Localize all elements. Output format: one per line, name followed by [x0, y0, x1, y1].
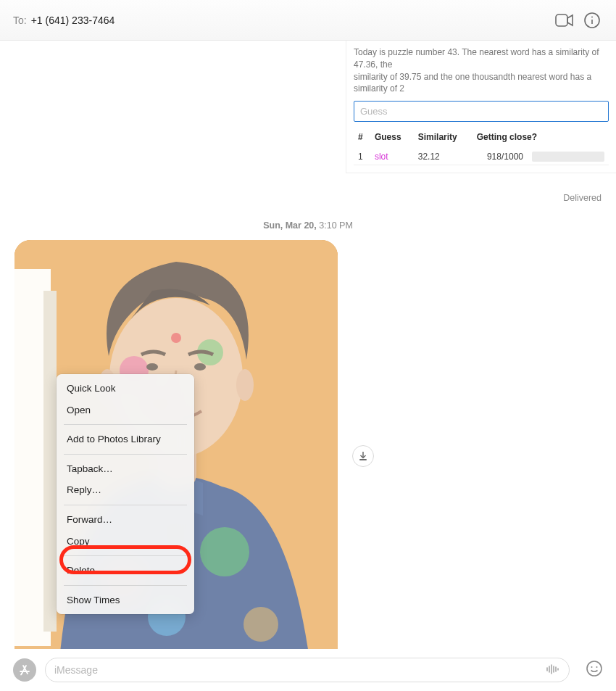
menu-separator — [64, 585, 187, 586]
menu-forward[interactable]: Forward… — [57, 509, 194, 531]
message-compose-field[interactable]: iMessage — [45, 658, 570, 682]
svg-point-23 — [591, 666, 593, 668]
th-guess: Guess — [370, 129, 414, 148]
info-icon[interactable] — [581, 9, 603, 31]
cell-similarity: 32.12 — [414, 148, 473, 165]
menu-reply[interactable]: Reply… — [57, 479, 194, 501]
menu-copy[interactable]: Copy — [57, 531, 194, 553]
th-close: Getting close? — [473, 129, 609, 148]
preview-text-line1: Today is puzzle number 43. The nearest w… — [354, 46, 609, 71]
menu-separator — [64, 505, 187, 505]
menu-show-times[interactable]: Show Times — [57, 589, 194, 611]
app-store-icon[interactable] — [13, 658, 36, 682]
menu-add-to-photos[interactable]: Add to Photos Library — [57, 429, 194, 450]
menu-separator — [64, 555, 187, 556]
svg-rect-0 — [556, 15, 567, 26]
progress-bar — [532, 152, 604, 162]
conversation-area: Today is puzzle number 43. The nearest w… — [0, 41, 616, 649]
cell-close: 918/1000 — [473, 148, 528, 165]
th-number: # — [354, 129, 370, 148]
cell-guess: slot — [370, 148, 414, 165]
message-input-bar: iMessage — [0, 649, 616, 691]
svg-rect-21 — [359, 459, 367, 460]
menu-quick-look[interactable]: Quick Look — [57, 378, 194, 400]
menu-separator — [64, 454, 187, 455]
menu-open[interactable]: Open — [57, 400, 194, 421]
facetime-video-icon[interactable] — [554, 9, 575, 31]
to-label: To: — [13, 15, 27, 26]
message-timestamp: Sun, Mar 20, 3:10 PM — [0, 220, 616, 231]
guess-input[interactable] — [354, 101, 609, 122]
svg-point-22 — [587, 661, 602, 676]
svg-point-2 — [591, 16, 593, 17]
to-value: +1 (641) 233-7464 — [31, 15, 115, 26]
download-attachment-button[interactable] — [352, 445, 374, 467]
message-web-preview[interactable]: Today is puzzle number 43. The nearest w… — [346, 41, 616, 173]
th-similarity: Similarity — [414, 129, 473, 148]
timestamp-time: 3:10 PM — [319, 220, 353, 231]
menu-tapback[interactable]: Tapback… — [57, 458, 194, 480]
menu-delete[interactable]: Delete… — [57, 560, 194, 582]
preview-text-line2: similarity of 39.75 and the one thousand… — [354, 71, 609, 96]
delivered-status: Delivered — [563, 193, 602, 203]
table-row: 1 slot 32.12 918/1000 — [354, 148, 609, 165]
context-menu: Quick Look Open Add to Photos Library Ta… — [57, 374, 194, 614]
cell-number: 1 — [354, 148, 370, 165]
conversation-header: To: +1 (641) 233-7464 — [0, 0, 616, 41]
guess-table: # Guess Similarity Getting close? 1 slot… — [354, 129, 609, 165]
timestamp-day: Sun, Mar 20, — [263, 220, 317, 231]
menu-separator — [64, 424, 187, 425]
audio-message-icon[interactable] — [546, 663, 560, 677]
compose-placeholder: iMessage — [54, 664, 546, 676]
svg-point-24 — [596, 666, 598, 668]
emoji-picker-icon[interactable] — [586, 660, 603, 680]
